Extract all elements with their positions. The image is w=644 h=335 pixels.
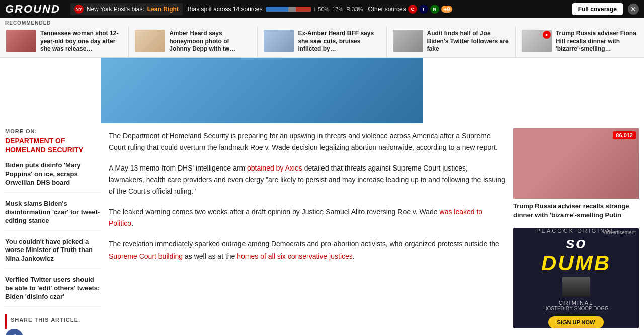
rec-item-3[interactable]: Ex-Amber Heard BFF says she saw cuts, br… (258, 27, 386, 57)
ad-title-main: DUMB (541, 253, 611, 274)
source-name-label: New York Post's bias: (87, 6, 144, 13)
rec-text-2: Amber Heard says honeymoon photo of John… (169, 30, 251, 53)
other-sources-section[interactable]: Other sources C T N +9 (368, 5, 452, 14)
rec-text-5: Trump Russia adviser Fiona Hill recalls … (556, 30, 638, 53)
recommended-label: RECOMMENDED (0, 18, 644, 27)
close-nav-button[interactable]: ✕ (628, 4, 639, 15)
recommended-bar: RECOMMENDED Tennessee woman shot 12-year… (0, 18, 644, 58)
main-layout: MORE ON: DEPARTMENT OF HOMELAND SECURITY… (0, 123, 644, 335)
article-paragraph-3: The leaked warning comes two weeks after… (109, 206, 505, 229)
article-link-axios[interactable]: obtained by Axios (247, 164, 302, 172)
bias-right-pct: R 33% (346, 6, 363, 12)
advertisement: Advertisement peacock original so DUMB C… (513, 228, 639, 328)
rec-text-4: Audit finds half of Joe Biden's Twitter … (427, 30, 509, 53)
share-section: SHARE THIS ARTICLE: (5, 314, 101, 335)
share-facebook-button[interactable] (5, 329, 23, 335)
sidebar-link-4[interactable]: Verified Twitter users should be able to… (5, 276, 101, 307)
article-view-count: 86,012 (613, 131, 636, 139)
ad-hosted-by: HOSTED BY SNOOP DOGG (543, 306, 609, 311)
source-icon-2: T (419, 5, 428, 14)
article-link-scotus[interactable]: Supreme Court building (109, 252, 183, 260)
article-link-justices[interactable]: homes of all six conservative justices (237, 252, 353, 260)
bias-bar-right (296, 7, 311, 12)
article-link-politico[interactable]: was leaked to Politico (109, 208, 482, 227)
hero-image (101, 58, 423, 123)
sidebar-link-2[interactable]: Musk slams Biden's disinformation 'czar'… (5, 200, 101, 231)
ad-label: Advertisement (604, 230, 636, 235)
article-body: The Department of Homeland Security is p… (109, 123, 505, 278)
ad-cta-button[interactable]: SIGN UP NOW (548, 316, 604, 328)
other-sources-label: Other sources (368, 6, 406, 13)
more-on-topic[interactable]: DEPARTMENT OF HOMELAND SECURITY (5, 136, 101, 154)
article-paragraph-4: The revelation immediately sparked outra… (109, 238, 505, 262)
sidebar-link-3[interactable]: You couldn't have picked a worse Ministe… (5, 238, 101, 269)
rec-item-5[interactable]: ● Trump Russia adviser Fiona Hill recall… (516, 27, 644, 57)
more-sources-badge[interactable]: +9 (441, 6, 453, 13)
rec-thumb-4 (393, 30, 423, 52)
rec-text-1: Tennessee woman shot 12-year-old boy one… (40, 30, 122, 53)
more-on-label: MORE ON: (5, 128, 101, 134)
right-article-image: 86,012 (513, 128, 639, 199)
bias-center-pct: 17% (332, 6, 343, 12)
right-sidebar: 86,012 Trump Russia adviser recalls stra… (513, 123, 644, 335)
bias-bar-center (288, 7, 296, 12)
rec-item-4[interactable]: Audit finds half of Joe Biden's Twitter … (387, 27, 516, 57)
ad-title-prefix: so (566, 234, 586, 253)
rec-item-2[interactable]: Amber Heard says honeymoon photo of John… (129, 27, 258, 57)
ad-subtitle: CRIMINAL (559, 300, 594, 306)
site-logo[interactable]: GROUND (5, 3, 60, 16)
recommended-items: Tennessee woman shot 12-year-old boy one… (0, 27, 644, 57)
right-article-card[interactable]: 86,012 Trump Russia adviser recalls stra… (513, 128, 639, 220)
bias-left-pct: L 50% (314, 6, 330, 12)
rec-item-1[interactable]: Tennessee woman shot 12-year-old boy one… (0, 27, 129, 57)
sidebar-link-1[interactable]: Biden puts disinfo 'Mary Poppins' on ice… (5, 161, 101, 193)
rec-badge: ● (543, 31, 551, 39)
share-divider (5, 314, 7, 329)
share-icons (5, 329, 101, 335)
share-label: SHARE THIS ARTICLE: (11, 317, 81, 323)
rec-thumb-2 (135, 30, 165, 52)
cnn-icon: C (408, 5, 417, 14)
source-icon-3: N (430, 5, 439, 14)
source-outlet-icon: NY (74, 5, 84, 14)
rec-thumb-3 (264, 30, 294, 52)
article-paragraph-1: The Department of Homeland Security is p… (109, 130, 505, 153)
source-bias-chip[interactable]: NY New York Post's bias: Lean Right (70, 3, 183, 15)
left-sidebar: MORE ON: DEPARTMENT OF HOMELAND SECURITY… (0, 123, 101, 335)
top-navigation: GROUND NY New York Post's bias: Lean Rig… (0, 0, 644, 18)
full-coverage-button[interactable]: Full coverage (572, 3, 623, 15)
bias-split-label: Bias split across 14 sources (188, 6, 263, 13)
rec-thumb-1 (6, 30, 36, 52)
right-article-title: Trump Russia adviser recalls strange din… (513, 202, 639, 220)
bias-label: Lean Right (147, 6, 179, 13)
bias-bar-left (266, 7, 288, 12)
center-content: The Department of Homeland Security is p… (101, 123, 513, 335)
bias-bar (266, 7, 311, 12)
rec-text-3: Ex-Amber Heard BFF says she saw cuts, br… (298, 30, 380, 53)
article-paragraph-2: A May 13 memo from DHS' intelligence arm… (109, 162, 505, 197)
rec-thumb-5: ● (522, 30, 552, 52)
bias-split-section: Bias split across 14 sources L 50% 17% R… (188, 6, 363, 13)
ad-figure (562, 277, 590, 297)
